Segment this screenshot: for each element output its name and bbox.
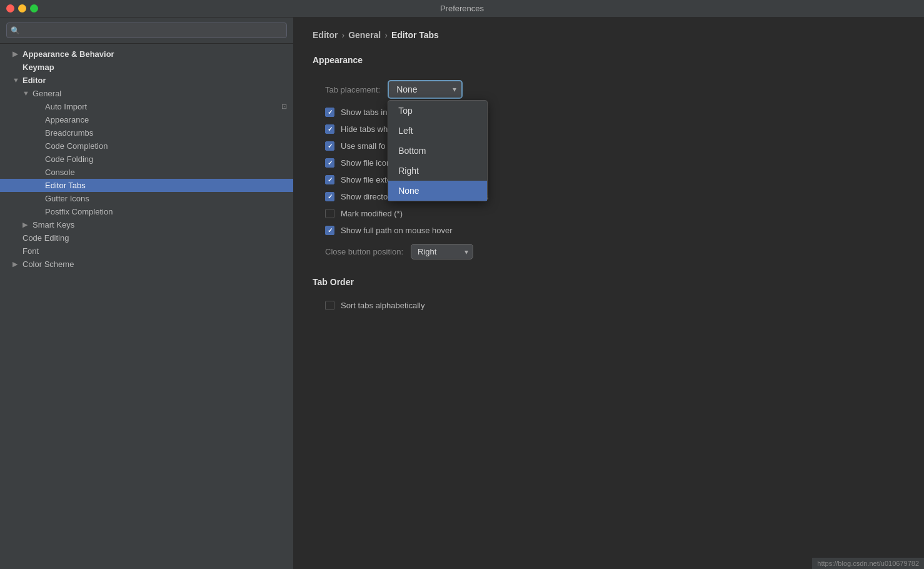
breadcrumb-sep-2: ›	[384, 30, 388, 40]
arrow-icon	[35, 208, 44, 216]
label-show-tabs-in: Show tabs in	[341, 108, 387, 117]
tab-placement-dropdown-wrapper: None ▾ Top Left Bottom Right None	[388, 80, 463, 99]
close-dropdown-arrow-icon: ▾	[465, 248, 468, 256]
option-right[interactable]: Right	[388, 161, 487, 181]
sidebar-item-auto-import[interactable]: Auto Import ⊡	[0, 100, 293, 113]
checkbox-show-file-icon[interactable]	[325, 158, 334, 168]
breadcrumb-sep-1: ›	[341, 30, 344, 40]
sidebar-item-code-completion[interactable]: Code Completion	[0, 139, 293, 153]
label-show-file-icon: Show file icon	[341, 158, 391, 168]
arrow-icon	[13, 63, 21, 72]
arrow-icon	[13, 247, 21, 256]
tab-placement-dropdown[interactable]: None ▾	[388, 80, 463, 99]
arrow-icon	[35, 181, 44, 190]
arrow-icon	[35, 116, 44, 124]
label-sort-alphabetically: Sort tabs alphabetically	[341, 301, 424, 310]
tab-placement-value: None	[396, 84, 417, 94]
search-icon: 🔍	[11, 26, 20, 35]
arrow-icon: ▶	[23, 221, 31, 229]
breadcrumb-general: General	[348, 30, 381, 40]
appearance-section-title: Appearance	[313, 55, 905, 65]
sidebar-tree: ▶ Appearance & Behavior Keymap ▼ Editor …	[0, 44, 293, 274]
option-none[interactable]: None	[388, 181, 487, 201]
main-layout: 🔍 ▶ Appearance & Behavior Keymap ▼ Edito…	[0, 18, 924, 569]
sidebar-item-gutter-icons[interactable]: Gutter Icons	[0, 192, 293, 205]
close-button-position-dropdown[interactable]: Right ▾	[411, 244, 473, 259]
checkbox-sort-alphabetically[interactable]	[325, 301, 334, 310]
option-bottom[interactable]: Bottom	[388, 141, 487, 161]
maximize-button[interactable]	[30, 4, 38, 13]
sidebar-item-console[interactable]: Console	[0, 166, 293, 179]
arrow-icon	[35, 168, 44, 177]
label-show-full-path: Show full path on mouse hover	[341, 226, 453, 235]
sidebar-item-keymap[interactable]: Keymap	[0, 61, 293, 74]
dropdown-arrow-icon: ▾	[453, 85, 456, 94]
sidebar-item-general[interactable]: ▼ General	[0, 87, 293, 100]
breadcrumb-editor: Editor	[313, 30, 338, 40]
arrow-icon	[35, 129, 44, 138]
setting-mark-modified: Mark modified (*)	[313, 205, 905, 222]
checkbox-show-tabs-in[interactable]	[325, 108, 334, 117]
sidebar-item-code-folding[interactable]: Code Folding	[0, 153, 293, 166]
checkbox-hide-tabs[interactable]	[325, 124, 334, 134]
window-controls	[6, 4, 38, 13]
sidebar-item-breadcrumbs[interactable]: Breadcrumbs	[0, 126, 293, 139]
sidebar: 🔍 ▶ Appearance & Behavior Keymap ▼ Edito…	[0, 18, 294, 569]
sidebar-item-code-editing[interactable]: Code Editing	[0, 231, 293, 244]
tab-order-section-title: Tab Order	[313, 277, 905, 287]
arrow-icon: ▶	[13, 260, 21, 269]
badge-icon: ⊡	[281, 103, 287, 111]
arrow-icon	[35, 142, 44, 151]
arrow-icon	[35, 155, 44, 164]
checkbox-show-full-path[interactable]	[325, 226, 334, 235]
arrow-icon	[35, 103, 44, 111]
option-left[interactable]: Left	[388, 121, 487, 141]
arrow-icon: ▼	[13, 76, 21, 85]
sidebar-item-editor[interactable]: ▼ Editor	[0, 74, 293, 87]
window-title: Preferences	[440, 4, 484, 13]
sidebar-item-postfix-completion[interactable]: Postfix Completion	[0, 205, 293, 218]
arrow-icon	[35, 194, 44, 203]
minimize-button[interactable]	[18, 4, 26, 13]
close-button-position-value: Right	[418, 247, 436, 256]
tab-placement-row: Tab placement: None ▾ Top Left Bottom Ri…	[313, 75, 905, 104]
setting-show-full-path: Show full path on mouse hover	[313, 222, 905, 239]
breadcrumb-current: Editor Tabs	[391, 30, 439, 40]
search-bar: 🔍	[0, 18, 293, 44]
tab-placement-menu: Top Left Bottom Right None	[388, 100, 488, 201]
sidebar-item-editor-tabs[interactable]: Editor Tabs	[0, 179, 293, 192]
sidebar-item-appearance-behavior[interactable]: ▶ Appearance & Behavior	[0, 48, 293, 61]
sidebar-item-appearance[interactable]: Appearance	[0, 113, 293, 126]
checkbox-show-file-extension[interactable]	[325, 175, 334, 184]
close-button-position-row: Close button position: Right ▾	[313, 239, 905, 264]
search-input[interactable]	[6, 23, 287, 38]
content-area: Editor › General › Editor Tabs Appearanc…	[294, 18, 924, 569]
tab-placement-label: Tab placement:	[325, 85, 380, 94]
arrow-icon	[13, 234, 21, 243]
checkbox-mark-modified[interactable]	[325, 209, 334, 218]
url-bar: https://blog.csdn.net/u010679782	[812, 558, 924, 569]
option-top[interactable]: Top	[388, 101, 487, 121]
close-button[interactable]	[6, 4, 14, 13]
sidebar-item-font[interactable]: Font	[0, 244, 293, 258]
arrow-icon: ▶	[13, 50, 21, 59]
close-button-position-label: Close button position:	[325, 247, 403, 256]
titlebar: Preferences	[0, 0, 924, 18]
sidebar-item-smart-keys[interactable]: ▶ Smart Keys	[0, 218, 293, 231]
arrow-icon: ▼	[23, 89, 31, 98]
checkbox-use-small-font[interactable]	[325, 141, 334, 151]
breadcrumb: Editor › General › Editor Tabs	[313, 30, 905, 40]
checkbox-show-directory[interactable]	[325, 192, 334, 201]
setting-sort-alphabetically: Sort tabs alphabetically	[313, 297, 905, 314]
sidebar-item-color-scheme[interactable]: ▶ Color Scheme	[0, 258, 293, 271]
label-use-small-font: Use small fo	[341, 141, 386, 151]
label-mark-modified: Mark modified (*)	[341, 209, 403, 218]
